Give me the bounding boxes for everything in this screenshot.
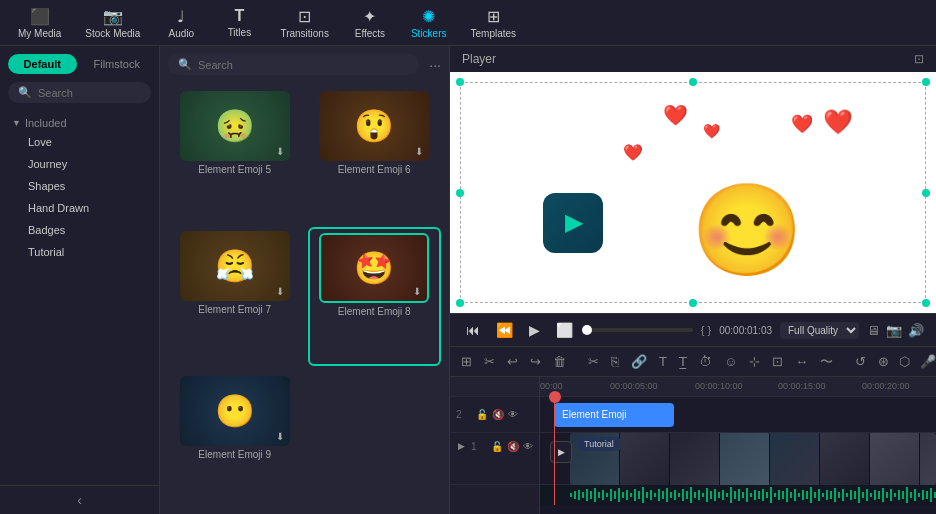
svg-rect-23 [662,491,664,499]
arrow-tool[interactable]: ↔ [792,352,811,371]
split-tool[interactable]: ✂ [481,352,498,371]
sidebar-item-shapes[interactable]: Shapes [0,175,159,197]
svg-rect-68 [842,489,844,501]
shield-tool[interactable]: ⬡ [896,352,913,371]
search-input[interactable] [38,87,176,99]
lock-icon-1[interactable]: 🔓 [491,441,503,452]
mic-tool[interactable]: 🎤 [917,352,936,371]
toolbar-templates[interactable]: ⊞ Templates [461,3,527,43]
progress-dot [582,325,592,335]
adjust-tool[interactable]: ⊡ [769,352,786,371]
camera-icon[interactable]: 📷 [886,323,902,338]
multi-select-tool[interactable]: ⊞ [458,352,475,371]
svg-rect-49 [766,492,768,498]
svg-rect-22 [658,489,660,501]
templates-label: Templates [471,28,517,39]
toolbar-my-media[interactable]: ⬛ My Media [8,3,71,43]
stop-button[interactable]: ⬜ [552,320,577,340]
handle-mid-right[interactable] [922,189,930,197]
right-area: Player ⊡ [450,46,936,514]
eye-icon-1[interactable]: 👁 [523,441,533,452]
volume-icon[interactable]: 🔊 [908,323,924,338]
link-tool[interactable]: 🔗 [628,352,650,371]
emoji-tool[interactable]: ☺ [721,352,740,371]
sidebar-item-tutorial[interactable]: Tutorial [0,241,159,263]
mute-icon-1[interactable]: 🔇 [507,441,519,452]
transform-tool[interactable]: ⊹ [746,352,763,371]
svg-rect-50 [770,487,772,503]
toolbar-stickers[interactable]: ✺ Stickers [401,3,457,43]
svg-rect-48 [762,489,764,501]
time-display: 00:00:01:03 [719,325,772,336]
emoji-clip[interactable]: Element Emoji [554,403,674,427]
sidebar-item-hand-drawn[interactable]: Hand Drawn [0,197,159,219]
tab-default[interactable]: Default [8,54,77,74]
svg-rect-34 [706,488,708,502]
tab-row: Default Filmstock [0,46,159,82]
svg-rect-28 [682,489,684,501]
clock-tool[interactable]: ⏱ [696,352,715,371]
audio-wave [570,468,936,484]
toolbar-effects[interactable]: ✦ Effects [343,3,397,43]
mute-icon-2[interactable]: 🔇 [492,409,504,420]
wave-tool[interactable]: 〜 [817,351,836,373]
player-header: Player ⊡ [450,46,936,72]
sticker-search-input[interactable] [198,59,409,71]
sticker-thumb-5: 🤢 ⬇ [180,91,290,161]
corner-handle-tr[interactable] [922,78,930,86]
quality-select[interactable]: Full Quality [780,322,859,339]
svg-rect-51 [774,493,776,497]
svg-rect-41 [734,491,736,499]
more-options-button[interactable]: ··· [429,57,441,73]
sticker-item-8[interactable]: 🤩 ⬇ Element Emoji 8 [308,227,442,365]
sticker-item-5[interactable]: 🤢 ⬇ Element Emoji 5 [168,87,302,221]
corner-handle-tl[interactable] [456,78,464,86]
redo-tool[interactable]: ↪ [527,352,544,371]
svg-rect-31 [694,492,696,498]
svg-rect-59 [806,491,808,499]
play-button[interactable]: ▶ [525,320,544,340]
sticker-item-6[interactable]: 😲 ⬇ Element Emoji 6 [308,87,442,221]
sidebar-item-journey[interactable]: Journey [0,153,159,175]
lock-icon-2[interactable]: 🔓 [476,409,488,420]
filter-tool[interactable]: ⊛ [875,352,892,371]
corner-handle-br[interactable] [922,299,930,307]
delete-tool[interactable]: 🗑 [550,352,569,371]
sidebar-section-included[interactable]: ▼ Included [0,113,159,131]
step-back-button[interactable]: ⏪ [492,320,517,340]
playhead[interactable] [554,397,555,505]
undo-tool[interactable]: ↩ [504,352,521,371]
svg-rect-73 [862,492,864,498]
corner-handle-bl[interactable] [456,299,464,307]
title-tool[interactable]: T̲ [676,352,690,371]
download-icon-6: ⬇ [415,146,423,157]
sticker-item-9[interactable]: 😶 ⬇ Element Emoji 9 [168,372,302,506]
collapse-button[interactable]: ‹ [0,485,159,514]
sticker-search-container: 🔍 [168,54,419,75]
svg-rect-1 [574,491,576,499]
sidebar-item-badges[interactable]: Badges [0,219,159,241]
screen-icon[interactable]: 🖥 [867,323,880,338]
refresh-tool[interactable]: ↺ [852,352,869,371]
handle-mid-left[interactable] [456,189,464,197]
copy-tool[interactable]: ⎘ [608,352,622,371]
toolbar-stock-media[interactable]: 📷 Stock Media [75,3,150,43]
svg-rect-32 [698,490,700,500]
svg-rect-61 [814,492,816,498]
toolbar-transitions[interactable]: ⊡ Transitions [270,3,339,43]
stickers-label: Stickers [411,28,447,39]
tab-filmstock[interactable]: Filmstock [83,54,152,74]
toolbar-titles[interactable]: T Titles [212,3,266,42]
sidebar-item-love[interactable]: Love [0,131,159,153]
progress-bar[interactable] [585,328,693,332]
svg-rect-47 [758,491,760,499]
handle-mid-top[interactable] [689,78,697,86]
text-tool[interactable]: T [656,352,670,371]
sticker-search-icon: 🔍 [178,58,192,71]
rewind-button[interactable]: ⏮ [462,320,484,340]
handle-mid-bottom[interactable] [689,299,697,307]
toolbar-audio[interactable]: ♩ Audio [154,3,208,43]
sticker-item-7[interactable]: 😤 ⬇ Element Emoji 7 [168,227,302,365]
eye-icon-2[interactable]: 👁 [508,409,518,420]
cut-tool[interactable]: ✂ [585,352,602,371]
